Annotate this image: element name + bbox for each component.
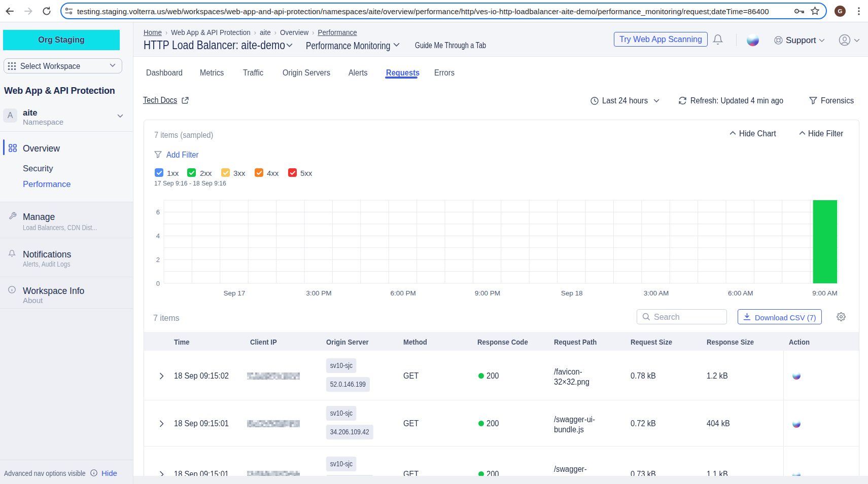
svg-text:0: 0 [156,280,160,287]
svg-text:Sep 17: Sep 17 [224,289,246,297]
svg-text:6:00 PM: 6:00 PM [390,289,415,297]
svg-text:9:00 PM: 9:00 PM [475,289,500,297]
svg-text:Sep 18: Sep 18 [561,289,583,297]
svg-text:4: 4 [156,232,160,240]
svg-text:9:00 AM: 9:00 AM [812,289,838,297]
svg-text:6:00 AM: 6:00 AM [728,289,753,297]
svg-text:2: 2 [156,256,160,264]
svg-text:3:00 PM: 3:00 PM [306,289,331,297]
svg-text:3:00 AM: 3:00 AM [644,289,669,297]
svg-text:6: 6 [156,208,160,216]
